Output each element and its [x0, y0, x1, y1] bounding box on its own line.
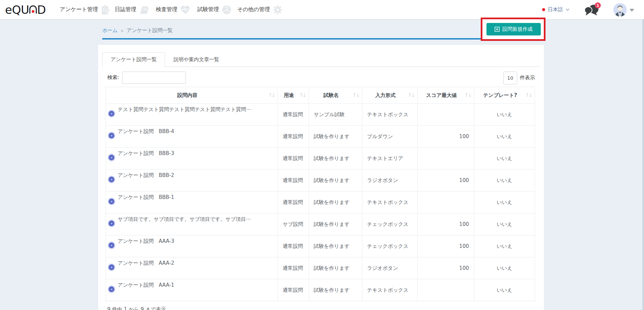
expand-row-icon[interactable]: ＋ [109, 286, 114, 292]
search-label: 検索: [107, 74, 119, 81]
max-score-cell: 100 [418, 126, 474, 148]
page-size-label: 件表示 [520, 75, 535, 81]
heart-pulse-icon [180, 5, 190, 15]
question-content: アンケート設問 BBB-4 [118, 128, 275, 135]
column-header-label: テンプレート? [483, 92, 517, 98]
scrollbar[interactable] [642, 0, 644, 310]
column-header-6[interactable]: テンプレート?↑↓ [474, 87, 535, 104]
exam-cell: 試験を作ります [309, 235, 362, 257]
table-row-7: ＋アンケート設問 AAA-3通常設問試験を作りますチェックボックス100いいえ [106, 235, 535, 257]
max-score-cell [418, 104, 474, 126]
input-type-cell: テキストボックス [362, 191, 418, 213]
expand-row-icon[interactable]: ＋ [109, 221, 114, 226]
nav-item-5[interactable]: その他の管理 [237, 0, 283, 19]
question-content: サブ項目です。サブ項目です。サブ項目です。サブ項目⋯ [118, 216, 275, 223]
exam-cell: 試験を作ります [309, 257, 362, 279]
notification-badge: 1 [595, 2, 601, 8]
logo-red-dot [32, 10, 34, 13]
question-content: アンケート設問 BBB-1 [118, 194, 275, 201]
max-score-cell: 100 [418, 213, 474, 235]
table-row-4: ＋アンケート設問 BBB-2通常設問試験を作りますラジオボタン100いいえ [106, 170, 535, 191]
sort-icon: ↑↓ [408, 92, 414, 98]
exam-cell: 試験を作ります [309, 170, 362, 191]
pie-chart-icon [222, 5, 232, 15]
breadcrumb-current: アンケート設問一覧 [127, 27, 172, 34]
logo-text-left: eQU [5, 3, 29, 17]
breadcrumb-home-link[interactable]: ホーム [102, 27, 118, 34]
expand-row-icon[interactable]: ＋ [109, 155, 114, 160]
create-question-label: 設問新規作成 [502, 26, 533, 32]
template-cell: いいえ [474, 170, 535, 191]
column-header-label: 試験名 [324, 92, 339, 98]
template-cell: いいえ [474, 104, 535, 126]
nav-item-4[interactable]: 試験管理 [197, 0, 232, 19]
expand-row-icon[interactable]: ＋ [109, 242, 114, 248]
input-type-cell: ラジオボタン [362, 170, 418, 191]
max-score-cell: 100 [418, 235, 474, 257]
logo-text-right: D [37, 3, 46, 17]
create-question-button[interactable]: 設問新規作成 [486, 23, 541, 35]
tab-bar: アンケート設問一覧説明や案内文章一覧 [102, 53, 540, 67]
expand-row-icon[interactable]: ＋ [109, 177, 114, 182]
template-cell: いいえ [474, 148, 535, 170]
gear-icon [273, 5, 283, 15]
max-score-cell: 100 [418, 170, 474, 191]
expand-row-icon[interactable]: ＋ [109, 133, 114, 138]
usage-cell: サブ設問 [278, 213, 309, 235]
input-type-cell: ラジオボタン [362, 257, 418, 279]
plus-square-icon [495, 27, 500, 32]
template-cell: いいえ [474, 126, 535, 148]
usage-cell: 通常設問 [278, 148, 309, 170]
nav-item-2[interactable]: 日誌管理 [115, 0, 149, 19]
table-row-1: ＋テスト質問テスト質問テスト質問テスト質問テスト質問⋯通常設問サンプル試験テキス… [106, 104, 535, 126]
expand-row-icon[interactable]: ＋ [109, 199, 114, 204]
usage-cell: 通常設問 [278, 257, 309, 279]
column-header-label: スコア最大値 [426, 92, 457, 98]
pagination-info: 9 件中 1 から 9 まで表示 [107, 306, 166, 310]
questions-table: 設問内容↑↓用途↑↓試験名↑↓入力形式↑↓スコア最大値↑↓テンプレート?↑↓ ＋… [106, 87, 535, 301]
annotation-highlight-box: 設問新規作成 [481, 18, 545, 41]
expand-row-icon[interactable]: ＋ [109, 111, 114, 117]
usage-cell: 通常設問 [278, 235, 309, 257]
exam-cell: 試験を作ります [309, 279, 362, 301]
column-header-1[interactable]: 設問内容↑↓ [106, 87, 278, 104]
column-header-3[interactable]: 試験名↑↓ [309, 87, 362, 104]
tab-2[interactable]: 説明や案内文章一覧 [165, 52, 227, 67]
breadcrumb-underline [102, 38, 544, 40]
max-score-cell: 100 [418, 257, 474, 279]
table-row-8: ＋アンケート設問 AAA-2通常設問試験を作りますラジオボタン100いいえ [106, 257, 535, 279]
usage-cell: 通常設問 [278, 170, 309, 191]
input-type-cell: チェックボックス [362, 235, 418, 257]
logo[interactable]: eQUD [5, 0, 46, 19]
nav-item-label: 検査管理 [156, 6, 177, 13]
journal-icon [139, 5, 149, 15]
nav-item-label: その他の管理 [237, 6, 270, 13]
chevron-down-icon [566, 8, 569, 11]
input-type-cell: プルダウン [362, 126, 418, 148]
exam-cell: 試験を作ります [309, 148, 362, 170]
expand-row-icon[interactable]: ＋ [109, 264, 114, 270]
question-content: アンケート設問 AAA-3 [118, 238, 275, 244]
table-row-9: ＋アンケート設問 AAA-1通常設問試験を作りますテキストボックスいいえ [106, 279, 535, 301]
table-row-3: ＋アンケート設問 BBB-3通常設問試験を作りますテキストエリアいいえ [106, 148, 535, 170]
column-header-5[interactable]: スコア最大値↑↓ [418, 87, 474, 104]
sort-icon: ↑↓ [299, 92, 306, 98]
sort-icon: ↑↓ [353, 92, 359, 98]
account-dropdown-caret[interactable] [629, 9, 634, 12]
breadcrumb: ホーム » アンケート設問一覧 [102, 27, 173, 34]
page-size-select[interactable]: 10 [503, 72, 517, 84]
column-header-4[interactable]: 入力形式↑↓ [362, 87, 418, 104]
nav-item-3[interactable]: 検査管理 [156, 0, 190, 19]
input-type-cell: テキストボックス [362, 279, 418, 301]
language-selector[interactable]: 日本語 [542, 0, 569, 19]
avatar[interactable] [613, 3, 627, 17]
usage-cell: 通常設問 [278, 126, 309, 148]
breadcrumb-separator: » [121, 28, 124, 33]
search-input[interactable] [122, 72, 186, 84]
column-header-2[interactable]: 用途↑↓ [278, 87, 309, 104]
exam-cell: 試験を作ります [309, 191, 362, 213]
sort-icon: ↑↓ [525, 92, 532, 98]
tab-1[interactable]: アンケート設問一覧 [102, 52, 165, 67]
chat-button[interactable]: 1 [584, 4, 601, 17]
nav-item-1[interactable]: アンケート管理 [60, 0, 111, 19]
